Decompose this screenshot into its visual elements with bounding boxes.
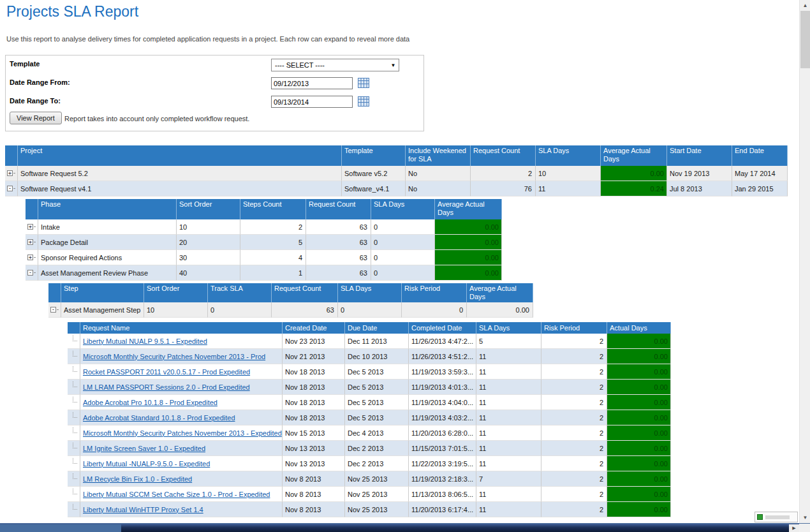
request-name-cell: Microsoft Monthly Security Patches Novem… bbox=[80, 425, 283, 441]
template-select[interactable]: ---- SELECT ---- ▼ bbox=[271, 59, 399, 71]
date-to-input[interactable] bbox=[271, 96, 353, 108]
col-created-date: Created Date bbox=[283, 322, 345, 334]
expand-toggle[interactable]: + bbox=[26, 235, 38, 250]
template-cell: Software_v4.1 bbox=[342, 181, 406, 196]
avg-actual-days-cell: 0.00 bbox=[435, 250, 502, 265]
created-date-cell: Nov 18 2013 bbox=[283, 410, 345, 425]
tree-dots bbox=[34, 257, 35, 258]
col-completed-date: Completed Date bbox=[409, 322, 476, 334]
due-date-cell: Dec 5 2013 bbox=[345, 380, 409, 395]
requests-table: Request Name Created Date Due Date Compl… bbox=[68, 322, 671, 517]
sla-days-cell: 11 bbox=[476, 410, 541, 425]
col-avg-actual-days: Average Actual Days bbox=[601, 145, 667, 166]
expand-toggle[interactable]: + bbox=[26, 250, 38, 265]
horizontal-scrollbar[interactable]: ▶ bbox=[0, 523, 810, 532]
projects-header-row: Project Template Include Weekened for SL… bbox=[5, 145, 788, 166]
tree-leaf-icon bbox=[73, 427, 77, 433]
tree-leaf-cell bbox=[68, 502, 80, 517]
request-link[interactable]: Adobe Acrobat Pro 10.1.8 - Prod Expedite… bbox=[83, 399, 217, 406]
project-row: - Software Request v4.1 Software_v4.1 No… bbox=[5, 181, 788, 196]
phase-cell: Package Detail bbox=[38, 235, 177, 250]
actual-days-cell: 0.00 bbox=[607, 441, 671, 456]
request-link[interactable]: Liberty Mutual NUALP 9.5.1 - Expedited bbox=[83, 337, 207, 345]
request-row: Microsoft Monthly Security Patches Novem… bbox=[68, 349, 671, 364]
due-date-cell: Dec 5 2013 bbox=[345, 364, 409, 380]
request-name-cell: Microsoft Monthly Security Patches Novem… bbox=[80, 349, 283, 364]
actual-days-cell: 0.00 bbox=[607, 364, 671, 380]
date-from-input[interactable] bbox=[271, 77, 353, 89]
scroll-up-icon: ▲ bbox=[803, 3, 808, 8]
request-link[interactable]: Microsoft Monthly Security Patches Novem… bbox=[83, 353, 265, 360]
request-link[interactable]: LM Ignite Screen Saver 1.0 - Expedited bbox=[83, 445, 205, 452]
phase-cell: Sponsor Required Actions bbox=[38, 250, 177, 265]
track-sla-cell: 0 bbox=[208, 302, 272, 318]
avg-actual-days-cell: 0.00 bbox=[435, 265, 502, 281]
request-name-cell: Liberty Mutual WinHTTP Proxy Set 1.4 bbox=[80, 502, 283, 517]
request-count-cell: 63 bbox=[272, 302, 338, 318]
col-step: Step bbox=[61, 283, 144, 302]
horizontal-scrollbar-thumb[interactable] bbox=[0, 524, 121, 532]
risk-period-cell: 2 bbox=[541, 395, 607, 410]
view-report-button[interactable]: View Report bbox=[10, 112, 62, 124]
request-link[interactable]: Rocket PASSPORT 2011 v20.0.5.17 - Prod E… bbox=[83, 368, 250, 376]
created-date-cell: Nov 18 2013 bbox=[283, 364, 345, 380]
request-link[interactable]: Microsoft Monthly Security Patches Novem… bbox=[83, 429, 282, 437]
expand-toggle[interactable]: - bbox=[48, 302, 61, 318]
include-weekend-cell: No bbox=[406, 181, 471, 196]
calendar-icon[interactable] bbox=[357, 96, 369, 107]
vertical-scrollbar-thumb[interactable] bbox=[800, 11, 810, 68]
col-request-name: Request Name bbox=[80, 322, 283, 334]
sla-days-cell: 10 bbox=[536, 166, 601, 181]
col-risk-period: Risk Period bbox=[541, 322, 607, 334]
minus-icon: - bbox=[50, 307, 56, 313]
due-date-cell: Dec 5 2013 bbox=[345, 410, 409, 425]
completed-date-cell: 11/26/2013 4:47:2... bbox=[409, 334, 476, 349]
actual-days-cell: 0.00 bbox=[607, 380, 671, 395]
scroll-down-button[interactable]: ▼ bbox=[800, 512, 810, 523]
sla-days-cell: 0 bbox=[371, 250, 435, 265]
request-name-cell: Liberty Mutual -NUALP-9.5.0 - Expedited bbox=[80, 456, 283, 471]
sort-order-cell: 30 bbox=[177, 250, 240, 265]
tree-leaf-cell bbox=[68, 349, 80, 364]
request-link[interactable]: Liberty Mutual -NUALP-9.5.0 - Expedited bbox=[83, 460, 210, 468]
scroll-right-button[interactable]: ▶ bbox=[789, 524, 799, 532]
phase-cell: Intake bbox=[38, 219, 177, 235]
calendar-icon[interactable] bbox=[357, 78, 369, 89]
request-count-cell: 63 bbox=[306, 250, 371, 265]
request-count-cell: 63 bbox=[306, 265, 371, 281]
actual-days-cell: 0.00 bbox=[607, 425, 671, 441]
risk-period-cell: 0 bbox=[402, 302, 467, 318]
steps-table: Step Sort Order Track SLA Request Count … bbox=[48, 283, 533, 318]
avg-actual-days-cell: 0.24 bbox=[601, 181, 667, 196]
col-template: Template bbox=[342, 145, 406, 166]
expand-toggle[interactable]: + bbox=[26, 219, 38, 235]
step-cell: Asset Management Step bbox=[61, 302, 144, 318]
request-row: Liberty Mutual NUALP 9.5.1 - Expedited N… bbox=[68, 334, 671, 349]
project-cell: Software Request 5.2 bbox=[18, 166, 342, 181]
request-link[interactable]: Liberty Mutual WinHTTP Proxy Set 1.4 bbox=[83, 506, 203, 514]
actual-days-cell: 0.00 bbox=[607, 487, 671, 502]
expand-toggle[interactable]: - bbox=[5, 181, 18, 196]
date-from-label: Date Range From: bbox=[10, 78, 70, 86]
scroll-up-button[interactable]: ▲ bbox=[800, 0, 810, 11]
request-link[interactable]: Adobe Acrobat Standard 10.1.8 - Prod Exp… bbox=[83, 414, 235, 422]
request-link[interactable]: LM LRAM PASSPORT Sessions 2.0 - Prod Exp… bbox=[83, 383, 250, 391]
steps-header-row: Step Sort Order Track SLA Request Count … bbox=[48, 283, 533, 302]
created-date-cell: Nov 21 2013 bbox=[283, 349, 345, 364]
request-link[interactable]: Liberty Mutual SCCM Set Cache Size 1.0 -… bbox=[83, 491, 270, 498]
sla-days-cell: 0 bbox=[371, 265, 435, 281]
start-date-cell: Nov 19 2013 bbox=[667, 166, 732, 181]
request-link[interactable]: LM Recycle Bin Fix 1.0 - Expedited bbox=[83, 475, 192, 483]
risk-period-cell: 2 bbox=[541, 425, 607, 441]
tree-leaf-cell bbox=[68, 487, 80, 502]
expand-toggle[interactable]: + bbox=[5, 166, 18, 181]
vertical-scrollbar[interactable]: ▲ ▼ bbox=[799, 0, 810, 523]
col-start-date: Start Date bbox=[667, 145, 732, 166]
request-name-cell: Adobe Acrobat Standard 10.1.8 - Prod Exp… bbox=[80, 410, 283, 425]
expander-column-header bbox=[26, 199, 38, 219]
plus-icon: + bbox=[27, 255, 33, 260]
steps-count-cell: 4 bbox=[240, 250, 306, 265]
page-description: Use this report to analyse delivery time… bbox=[6, 35, 409, 43]
completed-date-cell: 11/15/2013 7:01:5... bbox=[409, 441, 476, 456]
expand-toggle[interactable]: - bbox=[26, 265, 38, 281]
